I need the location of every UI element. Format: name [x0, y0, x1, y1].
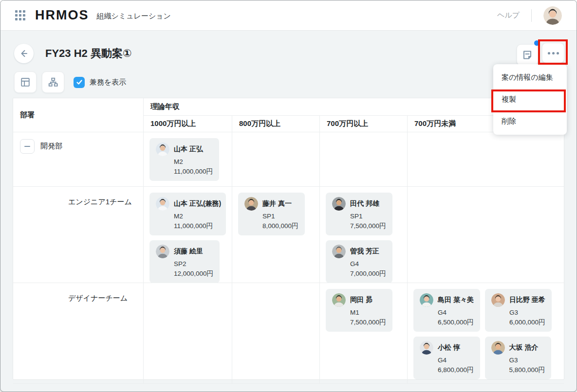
- app-name: 組織シミュレーション: [97, 12, 171, 21]
- salary-band-cell: 島田 菜々美G46,500,000円日比野 亜希G36,000,000円小松 惇…: [408, 283, 564, 384]
- dept-name: エンジニア1チーム: [68, 197, 132, 207]
- menu-item-duplicate[interactable]: 複製: [493, 89, 567, 110]
- employee-name: 山本 正弘: [174, 145, 203, 154]
- employee-salary: 11,000,000円: [174, 167, 213, 176]
- page-title: FY23 H2 異動案①: [45, 46, 132, 61]
- employee-grade: G4: [438, 309, 474, 316]
- person-avatar-icon: [156, 245, 169, 258]
- salary-band-cell: 岡田 昴M17,500,000円: [320, 283, 408, 384]
- employee-grade: G4: [438, 356, 474, 364]
- employee-name: 曽我 芳正: [350, 247, 379, 256]
- help-link[interactable]: ヘルプ: [497, 11, 520, 20]
- employee-card[interactable]: 日比野 亜希G36,000,000円: [485, 289, 552, 332]
- show-concurrent-checkbox[interactable]: 兼務を表示: [74, 77, 126, 88]
- note-button[interactable]: [517, 44, 538, 66]
- person-avatar-icon: [332, 293, 346, 307]
- person-avatar-icon: [244, 197, 258, 211]
- employee-card[interactable]: 岡田 昴M17,500,000円: [326, 289, 392, 332]
- dept-cell: デザイナーチーム: [13, 283, 144, 384]
- employee-salary: 6,800,000円: [438, 366, 474, 374]
- app-launcher-icon[interactable]: [15, 10, 25, 20]
- employee-avatar: [156, 245, 169, 258]
- employee-avatar: [332, 197, 346, 211]
- employee-salary: 6,500,000円: [438, 318, 474, 327]
- collapse-button[interactable]: [20, 139, 35, 154]
- employee-card[interactable]: 山本 正弘(兼務)M211,000,000円: [149, 193, 226, 235]
- salary-col-header-2: 800万円以上: [232, 116, 320, 132]
- notification-dot: [534, 40, 540, 46]
- employee-name: 島田 菜々美: [438, 296, 474, 304]
- table-layout-icon: [20, 77, 31, 88]
- topbar: HRMOS 組織シミュレーション ヘルプ: [0, 0, 577, 31]
- employee-name: 藤井 真一: [262, 199, 292, 208]
- salary-band-cell: 田代 邦雄SP17,500,000円曽我 芳正G47,000,000円: [320, 187, 408, 283]
- employee-salary: 11,000,000円: [174, 222, 220, 231]
- employee-card[interactable]: 小松 惇G46,800,000円: [413, 337, 480, 379]
- ellipsis-icon: [548, 52, 559, 54]
- employee-name: 須藤 絵里: [174, 247, 203, 256]
- employee-card[interactable]: 藤井 真一SP18,000,000円: [238, 193, 305, 235]
- employee-avatar: [420, 341, 433, 355]
- more-button[interactable]: [542, 43, 564, 63]
- person-avatar-icon: [491, 341, 505, 355]
- employee-name: 田代 邦雄: [350, 199, 379, 208]
- menu-item-delete[interactable]: 削除: [493, 110, 567, 132]
- employee-avatar: [156, 143, 169, 156]
- employee-grade: G4: [350, 260, 386, 267]
- employee-salary: 7,500,000円: [350, 318, 386, 327]
- salary-band-cell: [408, 187, 564, 283]
- person-avatar-icon: [156, 143, 169, 156]
- employee-card[interactable]: 須藤 絵里SP212,000,000円: [149, 240, 220, 283]
- employee-card[interactable]: 山本 正弘M211,000,000円: [149, 138, 219, 181]
- employee-name: 山本 正弘(兼務): [174, 199, 221, 208]
- app-window: HRMOS 組織シミュレーション ヘルプ FY23 H2 異動案①: [0, 0, 577, 392]
- employee-grade: G3: [509, 309, 545, 316]
- employee-avatar: [420, 293, 433, 307]
- person-avatar-icon: [332, 245, 346, 258]
- dept-name: デザイナーチーム: [68, 294, 128, 303]
- employee-name: 日比野 亜希: [509, 296, 545, 304]
- employee-salary: 6,000,000円: [509, 318, 545, 327]
- employee-salary: 12,000,000円: [174, 269, 213, 278]
- employee-avatar: [332, 293, 346, 307]
- person-avatar-icon: [420, 293, 433, 307]
- topbar-divider: [531, 9, 532, 22]
- hrmos-logo: HRMOS: [35, 8, 89, 23]
- person-avatar-icon: [156, 197, 169, 211]
- table-view-button[interactable]: [14, 71, 37, 93]
- checkbox-label: 兼務を表示: [90, 78, 126, 87]
- employee-salary: 7,000,000円: [350, 269, 386, 278]
- salary-band-cell: [144, 283, 232, 384]
- employee-salary: 5,800,000円: [509, 366, 545, 374]
- page-header: FY23 H2 異動案①: [0, 31, 577, 65]
- employee-avatar: [244, 197, 258, 211]
- org-chart-icon: [48, 77, 58, 88]
- salary-band-cell: [232, 283, 320, 384]
- salary-band-cell: [408, 132, 564, 187]
- dept-cell: エンジニア1チーム: [13, 187, 144, 283]
- employee-grade: SP1: [350, 213, 386, 220]
- person-avatar-icon: [543, 6, 562, 25]
- salary-band-cell: [320, 132, 408, 187]
- user-avatar[interactable]: [543, 6, 562, 25]
- salary-band-cell: 山本 正弘(兼務)M211,000,000円須藤 絵里SP212,000,000…: [144, 187, 232, 283]
- org-table: 部署 理論年収 1000万円以上 800万円以上 700万円以上 700万円未満…: [13, 98, 564, 380]
- dept-column-header: 部署: [13, 98, 144, 132]
- org-chart-view-button[interactable]: [42, 71, 64, 93]
- employee-name: 大坂 浩介: [509, 343, 539, 352]
- employee-avatar: [491, 293, 505, 307]
- employee-grade: M2: [174, 158, 213, 165]
- back-button[interactable]: [14, 44, 34, 63]
- checkbox-checked-icon: [74, 77, 85, 88]
- employee-card[interactable]: 曽我 芳正G47,000,000円: [326, 240, 392, 283]
- menu-item-edit-info[interactable]: 案の情報の編集: [493, 67, 567, 89]
- employee-card[interactable]: 島田 菜々美G46,500,000円: [413, 289, 480, 332]
- employee-grade: M1: [350, 309, 386, 316]
- memo-icon: [522, 50, 533, 60]
- employee-card[interactable]: 大坂 浩介G35,800,000円: [485, 337, 552, 379]
- employee-card[interactable]: 田代 邦雄SP17,500,000円: [326, 193, 392, 235]
- employee-avatar: [491, 341, 505, 355]
- person-avatar-icon: [420, 341, 433, 355]
- dept-cell: 開発部: [13, 132, 144, 187]
- employee-name: 岡田 昴: [350, 296, 372, 304]
